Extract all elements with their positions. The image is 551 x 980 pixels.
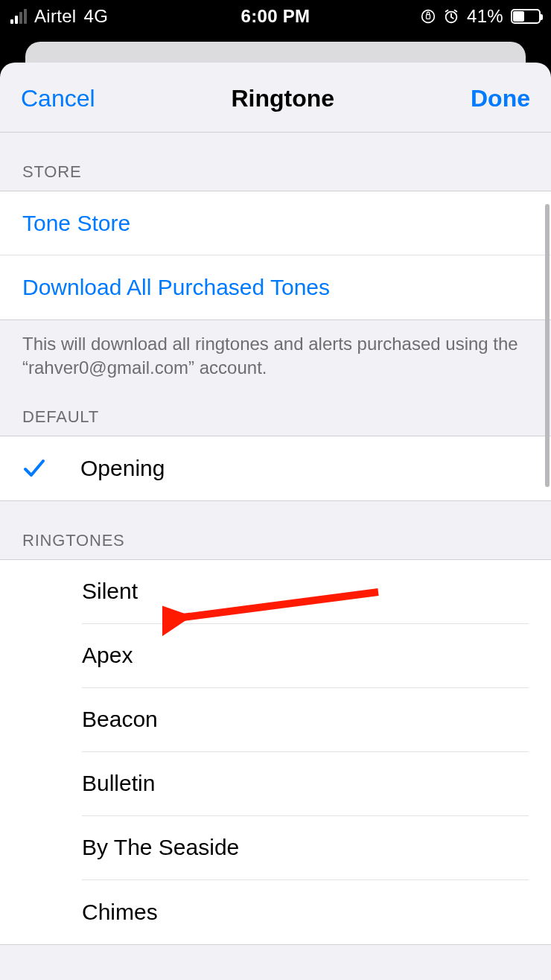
ringtone-label: Bulletin <box>82 771 529 796</box>
alarm-icon <box>443 8 459 25</box>
ringtone-label: Beacon <box>82 707 529 732</box>
carrier-label: Airtel <box>34 6 76 27</box>
download-all-row[interactable]: Download All Purchased Tones <box>0 255 551 319</box>
orientation-lock-icon <box>421 9 436 24</box>
default-ringtone-row[interactable]: Opening <box>0 436 551 500</box>
default-group: Opening <box>0 436 551 501</box>
status-right: 41% <box>421 6 541 27</box>
network-label: 4G <box>83 6 108 27</box>
store-footer-text: This will download all ringtones and ale… <box>0 320 551 386</box>
ringtone-row-apex[interactable]: Apex <box>0 624 551 688</box>
section-header-store: STORE <box>0 133 551 191</box>
download-all-label: Download All Purchased Tones <box>22 275 529 300</box>
ringtone-label: By The Seaside <box>82 835 529 860</box>
ringtone-label: Silent <box>82 579 529 604</box>
signal-icon <box>10 9 27 24</box>
cancel-button[interactable]: Cancel <box>21 85 95 112</box>
status-bar: Airtel 4G 6:00 PM 41% <box>0 0 551 33</box>
tone-store-row[interactable]: Tone Store <box>0 191 551 255</box>
ringtone-row-silent[interactable]: Silent <box>0 560 551 624</box>
section-header-ringtones: RINGTONES <box>0 501 551 559</box>
ringtone-row-by-the-seaside[interactable]: By The Seaside <box>0 816 551 880</box>
section-header-default: DEFAULT <box>0 386 551 436</box>
default-ringtone-label: Opening <box>80 456 529 481</box>
store-group: Tone Store Download All Purchased Tones <box>0 191 551 320</box>
battery-icon <box>511 9 541 24</box>
battery-pct-label: 41% <box>467 6 503 27</box>
background-card-stub <box>25 42 526 63</box>
ringtone-label: Chimes <box>82 900 529 925</box>
ringtone-sheet: Cancel Ringtone Done STORE Tone Store Do… <box>0 63 551 980</box>
ringtone-row-beacon[interactable]: Beacon <box>0 688 551 752</box>
tone-store-label: Tone Store <box>22 211 529 236</box>
svg-rect-1 <box>427 15 430 19</box>
checkmark-icon <box>22 456 46 480</box>
page-title: Ringtone <box>231 85 334 112</box>
scrollbar[interactable] <box>545 204 550 487</box>
ringtone-row-chimes[interactable]: Chimes <box>0 880 551 944</box>
ringtone-row-bulletin[interactable]: Bulletin <box>0 752 551 816</box>
done-button[interactable]: Done <box>471 85 530 112</box>
status-left: Airtel 4G <box>10 6 108 27</box>
ringtones-group: Silent Apex Beacon Bulletin By The Seasi… <box>0 559 551 945</box>
nav-header: Cancel Ringtone Done <box>0 63 551 133</box>
ringtone-label: Apex <box>82 643 529 668</box>
